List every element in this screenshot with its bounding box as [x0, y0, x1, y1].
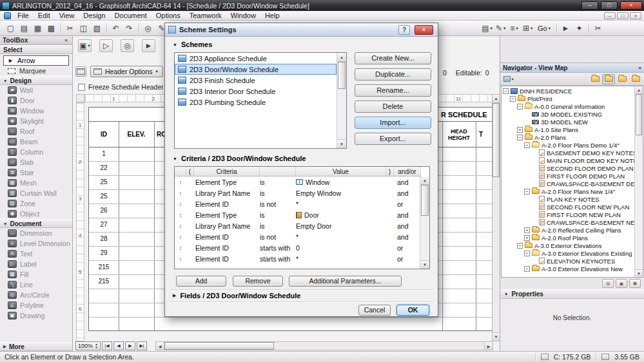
navigator-close-icon[interactable]: ×	[638, 65, 641, 71]
tree-expander-icon[interactable]	[517, 135, 523, 140]
toolbox-item[interactable]: ⌂ Roof	[0, 126, 72, 137]
toolbox-item[interactable]: ◈ Skylight	[0, 116, 72, 126]
toolbox-item[interactable]: ▯ Column	[0, 147, 72, 157]
tree-expander-icon[interactable]	[524, 266, 530, 272]
scroll-up-icon[interactable]: ▲	[337, 53, 346, 62]
tree-item[interactable]: 3D MODEL NEW	[502, 118, 634, 126]
menu-item[interactable]: Design	[79, 11, 110, 20]
tree-item[interactable]: A-2.0 Floor Plans New 1/4"	[502, 187, 634, 195]
arrow-tool-icon[interactable]: ► ▾	[559, 22, 572, 35]
create-new-button[interactable]: Create New...	[355, 52, 431, 64]
criteria-row[interactable]: ↕ Element ID starts with 0 or	[175, 242, 421, 253]
scrollbar-thumb[interactable]	[421, 185, 429, 216]
menu-item[interactable]: Document	[110, 11, 151, 20]
import-button[interactable]: Import...	[355, 117, 431, 129]
mdi-restore-button[interactable]: □	[617, 12, 629, 19]
scrollbar-thumb[interactable]	[164, 342, 274, 350]
reorder-handle-icon[interactable]: ↕	[175, 223, 186, 229]
pet-palette-icon[interactable]: ▣ ▾	[78, 39, 92, 52]
menu-item[interactable]: Options	[151, 11, 185, 20]
rename-button[interactable]: Rename...	[355, 84, 431, 97]
toolbox-item[interactable]: ▩ Fill	[0, 269, 72, 280]
page-nav-button[interactable]: ▶|	[137, 341, 147, 350]
list-scrollbar[interactable]: ▲ ▼	[337, 53, 346, 148]
go-menu[interactable]: Go ▾	[534, 22, 554, 35]
reorder-handle-icon[interactable]: ↕	[175, 212, 186, 218]
new-icon[interactable]: ▢ ▾	[4, 22, 17, 35]
toolbox-item-arrow[interactable]: ► Arrow	[3, 55, 69, 66]
tree-item[interactable]: SECOND FLOOR DEMO PLAN	[502, 164, 634, 172]
tree-item[interactable]: FIRST FLOOR NEW PLAN	[502, 211, 634, 218]
toolbox-item[interactable]: ▮ Door	[0, 95, 72, 106]
tree-expander-icon[interactable]	[510, 96, 516, 102]
tool-cursor-icon[interactable]: ► ▾	[142, 39, 155, 52]
scheme-list-item[interactable]: 2D3 Interior Door Schedule	[175, 86, 337, 97]
tree-item[interactable]: A-0.0 General Information	[502, 102, 634, 110]
criteria-scrollbar[interactable]: ▲ ▼	[420, 176, 429, 269]
tree-item[interactable]: A-3.0 Exterior Elevations Existing	[502, 249, 634, 257]
criteria-section-header[interactable]: ▼ Criteria / 2D3 Door/Window Schedule	[173, 155, 306, 162]
tree-item[interactable]: SECOND FLOOR NEW PLAN	[502, 203, 634, 211]
project-chooser-icon[interactable]: ▾	[502, 74, 515, 84]
schemes-section-header[interactable]: ▼ Schemes	[173, 41, 212, 48]
page-nav-button[interactable]: ◀	[113, 341, 124, 350]
reorder-handle-icon[interactable]: ↕	[175, 190, 186, 196]
tree-expander-icon[interactable]	[517, 104, 523, 110]
add-button[interactable]: Add	[176, 276, 226, 287]
toolbox-item[interactable]: ▨ Zone	[0, 198, 72, 209]
project-map-icon[interactable]	[589, 74, 601, 84]
menu-item[interactable]: Teamwork	[185, 11, 226, 20]
help-button[interactable]: ?	[398, 25, 410, 35]
reorder-handle-icon[interactable]: ↕	[175, 234, 186, 240]
menu-item[interactable]: File	[13, 11, 34, 20]
toolbox-item[interactable]: ▥ Curtain Wall	[0, 188, 72, 198]
reorder-handle-icon[interactable]: ↕	[175, 179, 186, 186]
open-icon[interactable]: ▤ ▾	[17, 22, 31, 35]
tree-item[interactable]: A-3.0 Exterior Elevations New	[502, 265, 634, 272]
reorder-handle-icon[interactable]: ↕	[175, 256, 186, 262]
properties-section-header[interactable]: ▼ Properties	[500, 289, 644, 299]
zoom-spinner-icon[interactable]: ▲▼	[95, 343, 98, 349]
view-map-icon[interactable]	[602, 74, 615, 84]
reorder-handle-icon[interactable]: ↕	[175, 245, 186, 251]
ok-button[interactable]: OK	[396, 305, 429, 316]
cut-icon[interactable]: ✂ ▾	[63, 22, 77, 35]
new-folder-icon[interactable]: ⊞	[602, 279, 614, 288]
freeze-header-checkbox[interactable]	[78, 84, 85, 91]
scroll-up-icon[interactable]: ▲	[635, 86, 643, 94]
scroll-up-icon[interactable]: ▲	[420, 176, 429, 185]
tree-item[interactable]: A-2.0 Roof Plans	[502, 234, 634, 242]
toolbox-item[interactable]: ╲ Line	[0, 280, 72, 290]
tool-arrow-icon[interactable]: ▷ ▾	[99, 39, 113, 52]
criteria-row[interactable]: ↕ Library Part Name is Empty Window and	[175, 187, 421, 198]
toolbox-item[interactable]: ⊞ Window	[0, 106, 72, 116]
toolbox-item[interactable]: ≣ Stair	[0, 167, 72, 178]
duplicate-button[interactable]: Duplicate...	[355, 68, 431, 81]
vertical-scrollbar[interactable]: ▲ ▼	[492, 94, 500, 341]
tree-item[interactable]: A-2.0 Floor Plans Demo 1/4"	[502, 141, 634, 149]
walk-tool-icon[interactable]: ✦ ▾	[572, 22, 586, 35]
section-tool-icon[interactable]: ✂ ▾	[591, 22, 605, 35]
page-nav-button[interactable]: ▶	[125, 341, 135, 350]
tree-expander-icon[interactable]	[524, 251, 530, 256]
tree-item[interactable]: MAIN FLOOR DEMO KEY NOTES	[502, 157, 634, 164]
toolbox-section-more[interactable]: ▶ More	[0, 342, 72, 351]
tree-item[interactable]: PLAN KEY NOTES	[502, 195, 634, 203]
tree-item[interactable]: A-1.0 Site Plans	[502, 126, 634, 133]
tree-item[interactable]: A-2.0 Reflected Ceiling Plans	[502, 226, 634, 234]
tree-item[interactable]: A-2.0 Plans	[502, 133, 634, 141]
dialog-title-bar[interactable]: Scheme Settings ? ×	[165, 23, 438, 37]
tree-expander-icon[interactable]	[524, 227, 530, 233]
paste-icon[interactable]: ▧ ▾	[90, 22, 104, 35]
toolbox-item[interactable]: ▰ Wall	[0, 85, 72, 95]
criteria-row[interactable]: ↕ Element Type is Window and	[175, 176, 421, 187]
toolbox-section-document[interactable]: ▼ Document	[0, 219, 72, 228]
criteria-row[interactable]: ↕ Element ID starts with * or	[175, 253, 421, 264]
criteria-row[interactable]: ↕ Element Type is Door and	[175, 209, 421, 220]
scheme-list-item[interactable]: 2D3 Finish Schedule	[175, 75, 337, 86]
pen-set-icon[interactable]: ✎ ▾	[494, 22, 507, 35]
scroll-down-icon[interactable]: ▼	[420, 260, 429, 269]
criteria-row[interactable]: ↕ Element ID is not * and	[175, 231, 421, 242]
menu-item[interactable]: View	[55, 11, 79, 20]
tree-item[interactable]: CRAWLSPACE-BASEMENT DEMO P...	[502, 180, 634, 187]
